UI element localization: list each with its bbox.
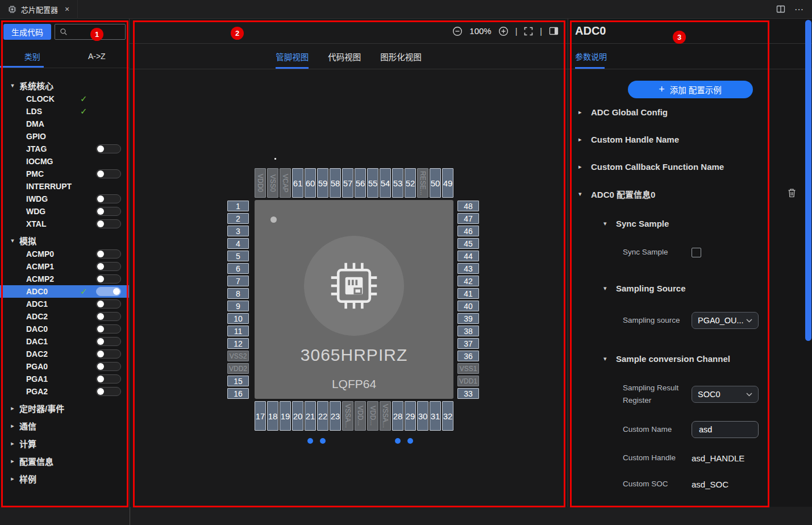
sidebar-item-wdg[interactable]: WDG (0, 205, 129, 218)
toggle-acmp0[interactable] (96, 249, 121, 259)
sidebar-item-lds[interactable]: LDS✓ (0, 105, 129, 118)
pin-17[interactable]: 17 (255, 401, 266, 431)
toggle-acmp1[interactable] (96, 262, 121, 271)
pin-37[interactable]: 37 (457, 338, 479, 349)
more-actions-icon[interactable]: ⋯ (794, 4, 804, 15)
pin-53[interactable]: 53 (392, 168, 403, 198)
section-adc0-config-info-0[interactable]: ▾ ADC0 配置信息0 (568, 180, 812, 207)
sidebar-group-analog[interactable]: ▾模拟 (0, 233, 129, 248)
pin-30[interactable]: 30 (417, 401, 428, 431)
tab-code-view[interactable]: 代码视图 (328, 44, 361, 69)
pin-46[interactable]: 46 (457, 226, 479, 236)
sidebar-item-adc0[interactable]: ADC0✓ (0, 285, 129, 298)
sidebar-item-xtal[interactable]: XTAL (0, 218, 129, 230)
sidebar-group-timers-events[interactable]: ▸定时器/事件 (0, 401, 129, 415)
pin-1[interactable]: 1 (227, 201, 249, 211)
sampling-result-register-select[interactable]: SOC0 (692, 386, 759, 403)
sidebar-item-adc1[interactable]: ADC1 (0, 298, 129, 310)
fit-screen-icon[interactable] (524, 27, 533, 36)
sidebar-group-compute[interactable]: ▸计算 (0, 436, 129, 451)
pin-58[interactable]: 58 (330, 168, 341, 198)
pin-39[interactable]: 39 (457, 313, 479, 324)
pin-45[interactable]: 45 (457, 238, 479, 249)
pin-32[interactable]: 32 (442, 401, 453, 431)
sampling-source-select[interactable]: PGA0_OU... (692, 312, 759, 329)
pin-61[interactable]: 61 (292, 168, 303, 198)
toggle-dac1[interactable] (96, 337, 121, 346)
pin-33[interactable]: 33 (457, 388, 479, 399)
pin-9[interactable]: 9 (227, 301, 249, 311)
sidebar-item-iwdg[interactable]: IWDG (0, 193, 129, 205)
pin-52[interactable]: 52 (405, 168, 416, 198)
close-icon[interactable]: × (65, 5, 69, 14)
pin-vss0[interactable]: VSS0 (267, 168, 278, 198)
pin-60[interactable]: 60 (305, 168, 316, 198)
editor-tab-chip-configurator[interactable]: 芯片配置器 × (0, 0, 78, 19)
pin-16[interactable]: 16 (227, 388, 249, 399)
pin-59[interactable]: 59 (317, 168, 328, 198)
pin-38[interactable]: 38 (457, 326, 479, 336)
zoom-out-icon[interactable] (452, 26, 463, 36)
pin-22[interactable]: 22 (317, 401, 328, 431)
sidebar-group-samples[interactable]: ▸样例 (0, 471, 129, 486)
sidebar-item-dac1[interactable]: DAC1 (0, 335, 129, 348)
pin-48[interactable]: 48 (457, 201, 479, 211)
toggle-adc1[interactable] (96, 299, 121, 309)
toggle-dac2[interactable] (96, 349, 121, 359)
scrollbar-thumb[interactable] (805, 20, 811, 341)
sidebar-item-dac0[interactable]: DAC0 (0, 323, 129, 335)
pin-31[interactable]: 31 (430, 401, 441, 431)
subsection-sample-conversion-channel[interactable]: ▾ Sample conversion Channel (568, 346, 812, 371)
zoom-in-icon[interactable] (498, 26, 509, 36)
pin-28[interactable]: 28 (392, 401, 403, 431)
pin-vssa[interactable]: VSSA... (380, 401, 391, 431)
pin-10[interactable]: 10 (227, 313, 249, 324)
tab-graphical-view[interactable]: 图形化视图 (380, 44, 422, 69)
pin-47[interactable]: 47 (457, 213, 479, 224)
pin-6[interactable]: 6 (227, 263, 249, 274)
search-box[interactable] (55, 24, 126, 40)
pin-vss1[interactable]: VSS1 (457, 363, 479, 374)
pin-40[interactable]: 40 (457, 301, 479, 311)
pin-2[interactable]: 2 (227, 213, 249, 224)
pin-57[interactable]: 57 (342, 168, 353, 198)
sidebar-item-dac2[interactable]: DAC2 (0, 348, 129, 360)
sidebar-item-gpio[interactable]: GPIO (0, 130, 129, 143)
section-custom-handle-name[interactable]: ▸ Custom Handle Name (568, 126, 812, 153)
subsection-sync-sample[interactable]: ▾ Sync Sample (568, 211, 812, 236)
pin-vdd[interactable]: VDD... (355, 401, 366, 431)
toggle-acmp2[interactable] (96, 274, 121, 284)
toggle-iwdg[interactable] (96, 194, 121, 203)
pin-vdd[interactable]: VDD... (367, 401, 378, 431)
sidebar-item-pga1[interactable]: PGA1 (0, 373, 129, 385)
toggle-wdg[interactable] (96, 207, 121, 216)
subsection-sampling-source[interactable]: ▾ Sampling Source (568, 276, 812, 301)
tab-category[interactable]: 类别 (0, 44, 65, 68)
sidebar-item-pga2[interactable]: PGA2 (0, 385, 129, 398)
section-adc-global-config[interactable]: ▸ ADC Global Config (568, 98, 812, 126)
panel-layout-icon[interactable] (549, 27, 559, 35)
toggle-jtag[interactable] (96, 144, 121, 153)
sidebar-group-system-core[interactable]: ▾系统核心 (0, 78, 129, 93)
pin-7[interactable]: 7 (227, 276, 249, 286)
toggle-pmc[interactable] (96, 169, 121, 178)
sidebar-group-config-info[interactable]: ▸配置信息 (0, 453, 129, 468)
pin-8[interactable]: 8 (227, 288, 249, 299)
sidebar-item-jtag[interactable]: JTAG (0, 143, 129, 155)
sidebar-item-clock[interactable]: CLOCK✓ (0, 93, 129, 105)
pin-36[interactable]: 36 (457, 351, 479, 361)
sidebar-item-pga0[interactable]: PGA0 (0, 360, 129, 373)
section-custom-callback-function-name[interactable]: ▸ Custom Callback Function Name (568, 153, 812, 180)
sidebar-item-acmp0[interactable]: ACMP0 (0, 248, 129, 260)
toggle-pga2[interactable] (96, 387, 121, 396)
pin-15[interactable]: 15 (227, 376, 249, 386)
sync-sample-checkbox[interactable] (692, 248, 701, 257)
pin-44[interactable]: 44 (457, 251, 479, 261)
pin-4[interactable]: 4 (227, 238, 249, 249)
pin-rese[interactable]: RESE... (417, 168, 428, 198)
split-editor-icon[interactable] (776, 5, 785, 13)
toggle-pga1[interactable] (96, 374, 121, 384)
pin-12[interactable]: 12 (227, 338, 249, 349)
custom-name-input[interactable] (692, 421, 759, 438)
sidebar-item-interrupt[interactable]: INTERRUPT (0, 180, 129, 193)
